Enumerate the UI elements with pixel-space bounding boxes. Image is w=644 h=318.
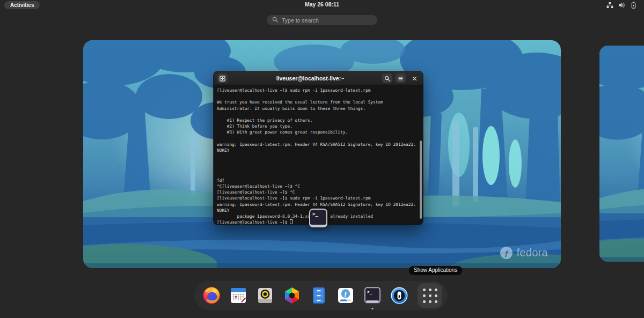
grid-dot	[429, 289, 431, 291]
grid-dot	[435, 300, 437, 303]
terminal-titlebar[interactable]: liveuser@localhost-live:~	[214, 71, 423, 85]
terminal-line	[217, 136, 423, 142]
terminal-search-button[interactable]	[382, 73, 392, 83]
search-placeholder: Type to search	[282, 17, 319, 24]
terminal-cursor	[290, 219, 292, 224]
terminal-line: #2) Think before you type.	[217, 123, 423, 129]
terminal-line: ^C[liveuser@localhost-live ~]$ ^C	[217, 183, 423, 189]
terminal-window[interactable]: liveuser@localhost-live:~ [liveuser@loca…	[214, 71, 423, 225]
system-status-area[interactable]	[606, 1, 637, 9]
battery-icon	[630, 2, 637, 9]
close-icon[interactable]	[410, 73, 419, 83]
show-applications-tooltip: Show Applications	[409, 266, 462, 275]
new-tab-button[interactable]	[217, 73, 228, 83]
show-applications-button[interactable]	[418, 283, 442, 308]
fedora-watermark: ƒ fedora	[500, 247, 548, 259]
terminal-menu-button[interactable]	[396, 73, 406, 83]
grid-dot	[423, 300, 426, 303]
terminal-line	[217, 165, 423, 171]
grid-dot	[429, 300, 431, 303]
volume-icon	[618, 2, 625, 9]
grid-dot	[423, 294, 426, 297]
desktop-wallpaper-next	[599, 46, 644, 262]
terminal-line: We trust you have received the usual lec…	[217, 99, 423, 105]
gnome-activities-overview: Activities May 26 08:11	[0, 0, 644, 318]
terminal-line	[217, 112, 423, 117]
terminal-line: Administrator. It usually boils down to …	[217, 106, 423, 112]
dock-icon-1password[interactable]	[390, 286, 409, 305]
grid-dot	[435, 289, 437, 291]
workspace-thumbnail-next[interactable]	[599, 46, 644, 262]
terminal-line: #3) With great power comes great respons…	[217, 129, 423, 135]
terminal-line: NOKEY	[217, 147, 423, 153]
search-input[interactable]: Type to search	[267, 15, 377, 25]
dock-icon-firefox[interactable]	[202, 286, 221, 305]
terminal-line: [liveuser@localhost-live ~]$ sudo rpm -i…	[217, 195, 423, 201]
dock-icon-rhythmbox[interactable]	[255, 286, 275, 305]
terminal-line: warning: 1password-latest.rpm: Header V4…	[217, 142, 423, 147]
dock-icon-terminal[interactable]: >_	[363, 286, 382, 305]
terminal-output: [liveuser@localhost-live ~]$ sudo rpm -i…	[217, 87, 423, 219]
network-wired-icon	[606, 2, 613, 9]
dash-dock: ƒ >_	[194, 281, 448, 310]
terminal-icon-drag-preview[interactable]: >_	[309, 209, 327, 227]
svg-text:ƒ: ƒ	[344, 290, 347, 298]
top-bar: Activities May 26 08:11	[0, 0, 644, 10]
running-indicator-dot	[372, 308, 374, 309]
dock-icon-fedora-media-writer[interactable]: ƒ	[336, 286, 355, 305]
terminal-line	[217, 159, 423, 165]
dock-icon-calendar[interactable]	[229, 286, 248, 305]
terminal-line: #1) Respect the privacy of others.	[217, 117, 423, 123]
grid-dot	[429, 294, 431, 297]
fedora-logo-icon: ƒ	[500, 247, 513, 259]
grid-dot	[423, 289, 426, 291]
terminal-line: warning: 1password-latest.rpm: Header V4…	[217, 202, 423, 208]
dock-icon-files[interactable]	[309, 286, 328, 305]
clock[interactable]: May 26 08:11	[0, 1, 644, 8]
terminal-glyph: >_	[367, 290, 372, 294]
terminal-scrollbar[interactable]	[420, 140, 422, 219]
terminal-line	[217, 172, 423, 178]
terminal-line	[217, 153, 423, 159]
dock-icon-cheese[interactable]	[282, 286, 302, 305]
terminal-line	[217, 93, 423, 99]
terminal-line: fdf	[217, 178, 423, 183]
terminal-line: [liveuser@localhost-live ~]$ ^C	[217, 189, 423, 195]
terminal-content[interactable]: [liveuser@localhost-live ~]$ sudo rpm -i…	[214, 85, 423, 225]
terminal-window-title: liveuser@localhost-live:~	[247, 71, 374, 85]
terminal-line: [liveuser@localhost-live ~]$ sudo rpm -i…	[217, 87, 423, 93]
fedora-watermark-text: fedora	[516, 247, 548, 259]
grid-dot	[435, 294, 437, 297]
search-icon	[272, 17, 278, 24]
